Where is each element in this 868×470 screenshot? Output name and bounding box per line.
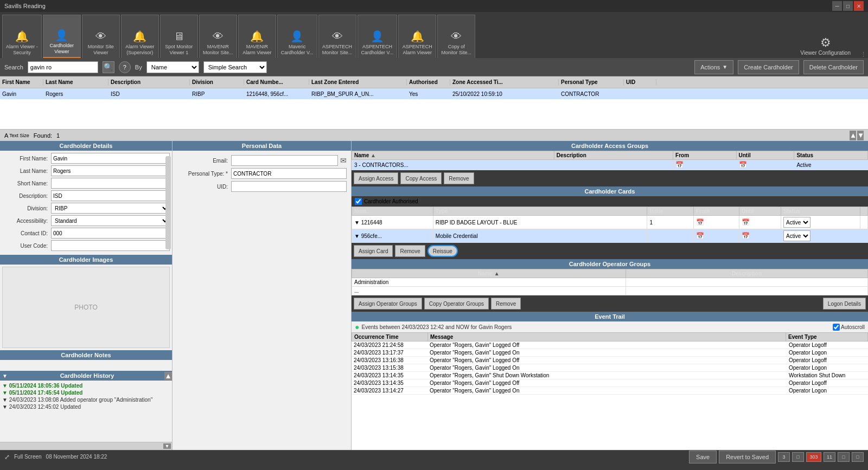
first-name-input[interactable]: [51, 153, 170, 164]
personal-type-input[interactable]: [231, 168, 347, 179]
copy-access-button[interactable]: Copy Access: [400, 172, 442, 184]
cardholder-details-panel: Cardholder Details First Name: Last Name…: [0, 141, 172, 255]
help-button[interactable]: ?: [119, 61, 131, 73]
email-icon[interactable]: ✉: [340, 156, 347, 165]
restore-button[interactable]: □: [843, 1, 853, 11]
alarm-viewer-security-icon: 🔔: [15, 30, 29, 43]
app-title: Savills Reading: [4, 3, 46, 9]
from-calendar-icon[interactable]: 📅: [675, 161, 684, 169]
bottom-icon-sq3[interactable]: □: [852, 452, 864, 462]
history-expand-btn[interactable]: ▼: [0, 373, 10, 379]
close-button[interactable]: ✕: [854, 1, 864, 11]
et-msg-3: Operator "Rogers, Gavin" Logged On: [427, 364, 787, 371]
tab-copy-of-monitor[interactable]: 👁 Copy ofMonitor Site...: [437, 15, 475, 58]
bottom-datetime: 08 November 2024 18:22: [46, 454, 107, 460]
cell-last-name: Rogers: [43, 91, 108, 97]
og-name-2: ...: [352, 287, 626, 295]
tab-cardholder-viewer[interactable]: 👤 CardholderViewer: [43, 15, 81, 58]
save-button[interactable]: Save: [689, 450, 717, 463]
remove-card-button[interactable]: Remove: [395, 245, 425, 257]
viewer-config[interactable]: ⚙ Viewer Configuration: [794, 34, 857, 58]
until-calendar-icon[interactable]: 📅: [739, 161, 747, 169]
card2-status-select[interactable]: Active: [783, 230, 810, 241]
bottom-icon-11[interactable]: 11: [824, 452, 835, 462]
email-input[interactable]: [231, 155, 338, 166]
short-name-input[interactable]: [51, 178, 170, 189]
delete-cardholder-button[interactable]: Delete Cardholder: [803, 60, 864, 74]
table-row[interactable]: Administration: [352, 278, 868, 287]
tab-aspentech-monitor[interactable]: 👁 ASPENTECHMonitor Site...: [318, 15, 356, 58]
history-scroll-down-btn[interactable]: ▼: [163, 443, 171, 449]
cardholder-details-form: First Name: Last Name: Short Name: Descr…: [0, 151, 172, 255]
card2-from-icon[interactable]: 📅: [696, 232, 704, 240]
card1-status-select[interactable]: Active: [783, 217, 810, 228]
ag-col-desc: Description: [554, 151, 673, 160]
division-select[interactable]: RIBP: [51, 203, 170, 214]
table-row[interactable]: 3 - CONTRACTORS... 📅 📅 Active: [352, 160, 868, 170]
assign-operator-groups-button[interactable]: Assign Operator Groups: [354, 298, 422, 310]
tab-spot-monitor[interactable]: 🖥 Spot MonitorViewer 1: [160, 15, 198, 58]
by-select[interactable]: Name Card Number Division: [146, 61, 199, 73]
copy-operator-groups-button[interactable]: Copy Operator Groups: [424, 298, 489, 310]
bottom-icon-303[interactable]: 303: [806, 452, 821, 462]
last-name-input[interactable]: [51, 165, 170, 176]
ag-col-status: Status: [794, 151, 868, 160]
search-type-select[interactable]: Simple Search Advanced Search: [203, 61, 267, 73]
reissue-button[interactable]: Reissue: [427, 245, 458, 257]
tab-mavenir-alarm[interactable]: 🔔 MAVENIRAlarm Viewer: [238, 15, 276, 58]
user-code-input[interactable]: [51, 240, 170, 251]
found-label: Found:: [34, 132, 52, 139]
card-row-2[interactable]: ▼ 956cfe... Mobile Credential 📅 📅 Active: [352, 229, 868, 243]
search-input[interactable]: [28, 61, 98, 73]
operator-groups-btn-row: Assign Operator Groups Copy Operator Gro…: [352, 295, 868, 312]
card1-until-icon[interactable]: 📅: [742, 218, 750, 226]
bottom-icon-3[interactable]: 3: [778, 452, 790, 462]
cardholder-notes-header: Cardholder Notes: [0, 350, 172, 360]
contact-id-input[interactable]: [51, 228, 170, 239]
more-options-btn[interactable]: ⋮: [858, 51, 868, 58]
table-row[interactable]: ...: [352, 287, 868, 295]
bottom-left: ⤢ Full Screen 08 November 2024 18:22: [4, 453, 107, 461]
green-dot-icon: ●: [355, 323, 359, 331]
cardholder-history-panel: ▼ Cardholder History ▲ ▼ 05/11/2024 18:0…: [0, 371, 172, 450]
description-input[interactable]: [51, 190, 170, 201]
tab-aspentech-alarm[interactable]: 🔔 ASPENTECHAlarm Viewer: [398, 15, 436, 58]
card-row-1[interactable]: ▼ 1216448 RIBP ID BADGE LAYOUT - BLUE 1 …: [352, 216, 868, 229]
tab-maverick-cardholder[interactable]: 👤 MavericCardholder V...: [277, 15, 317, 58]
personal-data-header: Personal Data: [173, 141, 351, 151]
revert-to-saved-button[interactable]: Revert to Saved: [719, 450, 776, 463]
og-desc-1: [626, 278, 867, 287]
logon-details-button[interactable]: Logon Details: [823, 298, 866, 310]
card1-from-icon[interactable]: 📅: [696, 218, 704, 226]
tab-aspentech-cardholder[interactable]: 👤 ASPENTECHCardholder V...: [358, 15, 398, 58]
actions-button[interactable]: Actions ▼: [694, 60, 733, 74]
remove-operator-groups-button[interactable]: Remove: [491, 298, 521, 310]
scroll-bar[interactable]: [165, 156, 171, 249]
tab-alarm-viewer-supervisor[interactable]: 🔔 Alarm Viewer(Supervisor): [121, 15, 159, 58]
et-type-6: Operator Logon: [787, 387, 868, 394]
cell-description: ISD: [108, 91, 190, 97]
minimize-button[interactable]: ─: [832, 1, 842, 11]
create-cardholder-button[interactable]: Create Cardholder: [738, 60, 799, 74]
accessibility-select[interactable]: Standard: [51, 215, 170, 226]
card2-until-icon[interactable]: 📅: [742, 232, 750, 240]
scroll-up-btn[interactable]: ▲: [850, 131, 856, 140]
remove-access-button[interactable]: Remove: [444, 172, 474, 184]
tab-monitor-site-viewer[interactable]: 👁 Monitor SiteViewer: [82, 15, 120, 58]
autoscroll-checkbox[interactable]: [833, 324, 840, 331]
uid-input[interactable]: [231, 181, 347, 192]
cardholder-authorised-checkbox[interactable]: [355, 198, 362, 205]
bottom-icon-sq2[interactable]: □: [838, 452, 850, 462]
assign-card-button[interactable]: Assign Card: [354, 245, 393, 257]
bottom-icon-square[interactable]: □: [792, 452, 804, 462]
tab-mavenir-monitor[interactable]: 👁 MAVENIRMonitor Site...: [199, 15, 237, 58]
tab-alarm-viewer-security[interactable]: 🔔 Alarm Viewer -Security: [2, 15, 42, 58]
first-name-row: First Name:: [2, 153, 170, 164]
scroll-down-btn[interactable]: ▼: [857, 131, 864, 140]
text-size-btn[interactable]: A Text Size: [4, 132, 29, 139]
middle-column: Personal Data Email: ✉ Personal Type: * …: [173, 141, 352, 450]
history-scroll-up-btn[interactable]: ▲: [164, 372, 172, 380]
search-button[interactable]: 🔍: [103, 61, 114, 73]
assign-access-button[interactable]: Assign Access: [354, 172, 398, 184]
table-row[interactable]: Gavin Rogers ISD RIBP 1216448, 956cf... …: [0, 88, 868, 99]
